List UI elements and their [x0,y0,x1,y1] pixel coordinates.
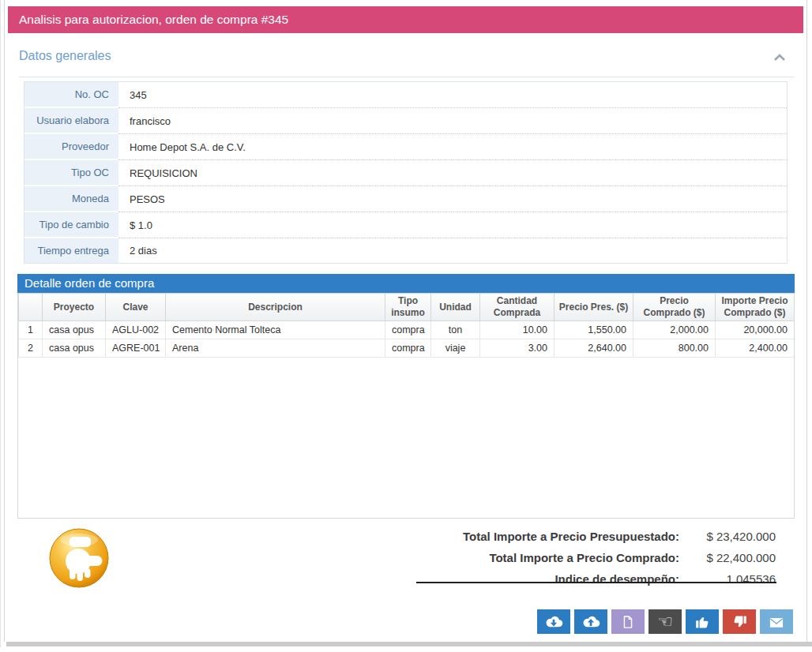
hand-left-button[interactable]: ☜ [648,609,682,634]
detail-row[interactable]: 1 casa opus AGLU-002 Cemento Normal Tolt… [19,321,795,339]
field-value: $ 1.0 [118,212,787,238]
total-label: Indice de desempeño: [554,568,679,590]
cell-row-number: 1 [19,321,43,339]
detail-table: Proyecto Clave Descripcion Tipo insumo U… [18,293,795,358]
cell-tipo-insumo: compra [385,339,431,358]
hand-left-icon: ☜ [657,613,673,631]
field-label: No. OC [24,82,118,108]
column-header [19,294,43,321]
total-value: $ 23,420.000 [679,526,776,547]
cloud-download-button[interactable] [537,609,570,634]
field-label: Moneda [24,186,118,212]
cell-importe: 20,000.00 [716,321,795,339]
column-header: Precio Comprado ($) [633,294,716,321]
column-header: Tipo insumo [385,294,431,321]
horizontal-scrollbar[interactable] [6,642,812,646]
cell-precio-comprado: 2,000.00 [633,321,716,339]
column-header: Clave [106,294,166,321]
cell-importe: 2,400.00 [716,339,795,358]
total-label: Total Importe a Precio Comprado: [489,547,679,568]
cell-unidad: ton [431,321,480,339]
detail-table-container: Proyecto Clave Descripcion Tipo insumo U… [17,293,795,519]
thumbs-up-icon [694,614,711,630]
reject-thumbs-down-button[interactable] [723,609,756,634]
envelope-icon [768,615,785,629]
action-toolbar: ☜ [537,609,793,634]
field-label: Proveedor [24,134,118,160]
general-field-row: No. OC 345 [24,82,787,108]
cell-unidad: viaje [431,339,480,358]
field-value: REQUISICION [118,160,787,186]
field-label: Tipo de cambio [24,212,118,238]
column-header: Descripcion [166,294,385,321]
cell-proyecto: casa opus [43,321,106,339]
main-panel: Analisis para autorizacion, orden de com… [4,0,807,642]
field-value: 2 dias [118,238,787,263]
detail-header-row: Proyecto Clave Descripcion Tipo insumo U… [19,294,795,321]
general-field-row: Usuario elabora francisco [24,108,787,134]
field-value: Home Depot S.A. de C.V. [118,134,787,160]
gold-hand-badge [47,526,111,589]
detail-row[interactable]: 2 casa opus AGRE-001 Arena compra viaje … [19,339,795,358]
total-value: $ 22,400.000 [679,547,776,568]
cell-proyecto: casa opus [43,339,106,358]
general-field-row: Tipo de cambio $ 1.0 [24,212,787,238]
cell-precio-pres: 2,640.00 [554,339,633,358]
thumbs-down-icon [731,614,748,630]
total-value: 1.045536 [679,568,776,590]
cell-row-number: 2 [19,339,43,358]
cloud-download-icon [543,614,564,629]
cell-precio-pres: 1,550.00 [554,321,633,339]
general-field-row: Moneda PESOS [24,186,787,212]
column-header: Precio Pres. ($) [554,294,633,321]
cell-precio-comprado: 800.00 [633,339,716,358]
field-label: Usuario elabora [24,108,118,134]
cell-tipo-insumo: compra [385,321,431,339]
field-label: Tiempo entrega [24,238,118,263]
cell-clave: AGRE-001 [106,339,166,358]
cell-cantidad: 10.00 [480,321,554,339]
document-icon [620,614,636,630]
document-button[interactable] [611,609,645,634]
column-header: Importe Precio Comprado ($) [716,294,795,321]
cell-clave: AGLU-002 [106,321,166,339]
column-header: Cantidad Comprada [480,294,554,321]
field-value: 345 [118,82,787,108]
column-header: Unidad [431,294,480,321]
field-value: PESOS [118,186,787,212]
total-label: Total Importe a Precio Presupuestado: [463,526,679,547]
totals-underline [416,582,776,583]
column-header: Proyecto [43,294,106,321]
totals-block: Total Importe a Precio Presupuestado: $ … [463,526,776,590]
hand-pointing-right-icon [47,578,111,591]
total-row: Indice de desempeño: 1.045536 [463,568,776,590]
cell-descripcion: Cemento Normal Tolteca [166,321,385,339]
total-row: Total Importe a Precio Presupuestado: $ … [463,526,776,547]
approve-thumbs-up-button[interactable] [686,609,719,634]
field-label: Tipo OC [24,160,118,186]
general-field-row: Tipo OC REQUISICION [24,160,787,186]
section-divider [19,77,795,77]
cloud-upload-icon [581,614,601,629]
cell-descripcion: Arena [166,339,385,358]
cloud-upload-button[interactable] [574,609,607,634]
window-left-edge [0,0,1,647]
general-field-row: Tiempo entrega 2 dias [24,238,787,263]
general-data-table: No. OC 345 Usuario elabora francisco Pro… [24,81,788,264]
general-field-row: Proveedor Home Depot S.A. de C.V. [24,134,787,160]
detail-section-header: Detalle orden de compra [17,274,795,293]
email-button[interactable] [760,609,793,634]
cell-cantidad: 3.00 [480,339,554,358]
field-value: francisco [118,108,787,134]
total-row: Total Importe a Precio Comprado: $ 22,40… [463,547,776,568]
general-section-heading: Datos generales [19,49,111,63]
page-title: Analisis para autorizacion, orden de com… [8,6,803,33]
collapse-section-button[interactable] [772,51,788,66]
chevron-up-icon [773,52,786,64]
